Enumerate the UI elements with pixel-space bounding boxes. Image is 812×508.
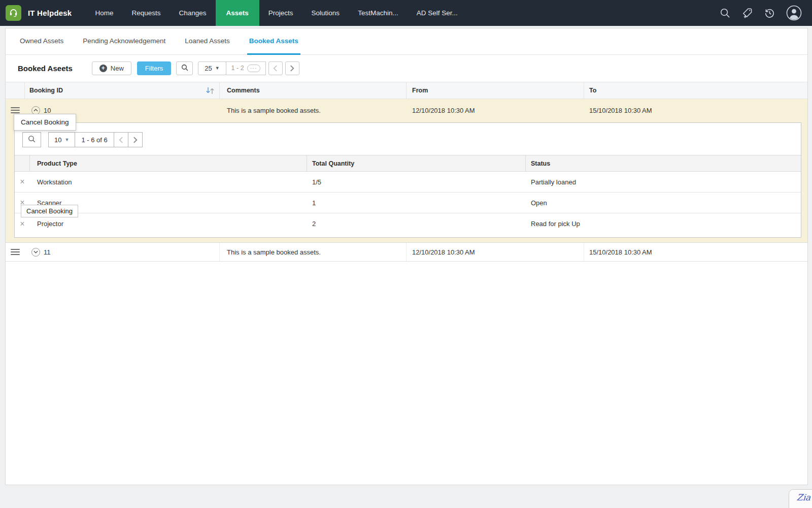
booking-id-value: 10 [44,107,51,114]
previous-page-button[interactable] [268,61,283,75]
total-quantity-value: 1/5 [307,178,526,186]
sort-icon[interactable] [205,87,216,94]
tab-pending-acknowledgement[interactable]: Pending Acknowledgement [81,28,167,55]
page-size-value: 25 [205,65,212,72]
remove-item-icon[interactable]: × [20,220,24,228]
column-to: To [589,87,596,94]
column-booking-id: Booking ID [29,87,63,94]
expand-row-icon[interactable] [31,248,40,257]
booking-id-value: 11 [44,248,51,256]
zia-assistant-button[interactable]: Zia [789,489,812,508]
comments-value: This is a sample booked assets. [220,243,407,261]
total-quantity-value: 1 [307,199,526,207]
status-value: Partially loaned [526,178,801,186]
product-type-value: Workstation [30,178,307,186]
tab-booked-assets[interactable]: Booked Assets [247,28,300,55]
booked-items-toolbar: 10 ▼ 1 - 6 of 6 [15,123,801,147]
column-status: Status [531,160,550,167]
cancel-booking-menu-item[interactable]: Cancel Booking [14,114,76,131]
search-button[interactable] [176,61,193,75]
nav-item-projects[interactable]: Projects [259,0,302,26]
table-row-workstation[interactable]: × Workstation 1/5 Partially loaned [15,172,801,193]
nav-right-icons [719,5,812,21]
table-row-booking-11[interactable]: 11 This is a sample booked assets. 12/10… [6,243,807,262]
app-title: IT Helpdesk [28,9,72,17]
nav-item-home[interactable]: Home [86,0,122,26]
next-page-button[interactable] [285,61,299,75]
magnifier-icon [181,64,189,73]
column-total-quantity: Total Quantity [312,160,354,167]
column-comments: Comments [227,87,260,94]
inner-page-size-value: 10 [54,136,61,144]
magnifier-icon [27,135,36,145]
search-icon[interactable] [719,7,731,19]
table-row-scanner[interactable]: × Scanner 1 Open [15,193,801,213]
booked-items-table-header: Product Type Total Quantity Status [15,155,801,172]
tab-owned-assets[interactable]: Owned Assets [18,28,65,55]
page-size-select[interactable]: 25 ▼ [198,61,226,75]
to-value: 15/10/2018 10:30 AM [584,107,807,114]
status-value: Open [526,199,801,207]
zia-logo: Zia [795,492,811,508]
history-icon[interactable] [764,7,775,19]
column-product-type: Product Type [37,160,77,167]
header-blank-cell [6,82,25,99]
status-value: Read for pick Up [526,220,801,228]
list-toolbar: Booked Aseets + New Filters 25 ▼ 1 - 2 ·… [6,57,807,79]
inner-page-range: 1 - 6 of 6 [75,132,114,147]
top-navigation-bar: IT Helpdesk Home Requests Changes Assets… [0,0,812,26]
page-range-value: 1 - 2 [231,65,244,72]
inner-next-page-button[interactable] [128,132,143,147]
app-logo[interactable] [6,5,21,21]
cancel-booking-tooltip[interactable]: Cancel Booking [21,205,78,217]
table-row-projector[interactable]: × Projector 2 Read for pick Up [15,213,801,234]
chevron-down-icon: ▼ [64,137,69,142]
remove-item-icon[interactable]: × [20,178,24,186]
page-options-ellipsis[interactable]: ··· [247,65,260,72]
nav-item-ad-self-service[interactable]: AD Self Ser... [408,0,467,26]
headset-icon [9,8,18,19]
page-title: Booked Aseets [18,64,73,73]
column-from: From [412,87,428,94]
inner-search-button[interactable] [22,132,41,147]
nav-item-testmachine[interactable]: TestMachin... [349,0,408,26]
plus-circle-icon: + [99,65,107,72]
user-avatar-icon[interactable] [786,5,802,21]
total-quantity-value: 2 [307,220,526,228]
tab-loaned-assets[interactable]: Loaned Assets [183,28,232,55]
new-button-label: New [111,65,124,72]
to-value: 15/10/2018 10:30 AM [584,248,807,256]
header-blank-cell [15,155,30,171]
filters-button[interactable]: Filters [137,61,171,75]
booked-items-panel: 10 ▼ 1 - 6 of 6 Product Type Total Quant… [14,122,801,238]
asset-tabs: Owned Assets Pending Acknowledgement Loa… [6,28,807,55]
nav-item-assets[interactable]: Assets [216,0,259,26]
from-value: 12/10/2018 10:30 AM [407,243,584,261]
collapse-row-icon[interactable] [31,106,40,115]
chevron-down-icon: ▼ [215,66,220,71]
bookings-table-header: Booking ID Comments From To [6,82,807,99]
from-value: 12/10/2018 10:30 AM [407,107,584,114]
pagination-group: 25 ▼ 1 - 2 ··· [198,61,265,75]
page-range: 1 - 2 ··· [226,61,266,75]
main-menu: Home Requests Changes Assets Projects So… [86,0,466,26]
booking-row-10-expanded-block: 10 This is a sample booked assets. 12/10… [6,99,807,243]
inner-page-size-select[interactable]: 10 ▼ [48,132,75,147]
comments-value: This is a sample booked assets. [220,107,407,114]
quick-add-icon[interactable] [741,7,753,19]
table-row-booking-10[interactable]: 10 This is a sample booked assets. 12/10… [6,99,807,121]
content-card: Owned Assets Pending Acknowledgement Loa… [5,28,808,485]
nav-item-solutions[interactable]: Solutions [302,0,349,26]
inner-previous-page-button[interactable] [114,132,128,147]
product-type-value: Projector [30,220,307,228]
new-button[interactable]: + New [92,61,131,75]
inner-pagination-group: 10 ▼ 1 - 6 of 6 [48,132,143,147]
row-actions-menu-icon[interactable] [11,247,20,257]
nav-item-changes[interactable]: Changes [170,0,215,26]
nav-item-requests[interactable]: Requests [122,0,170,26]
